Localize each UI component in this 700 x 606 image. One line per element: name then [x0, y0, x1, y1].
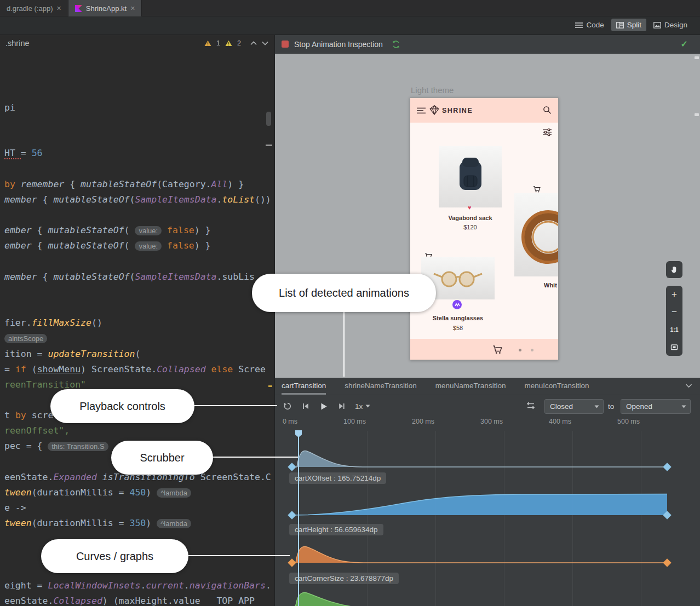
scrollbar-mark: [266, 145, 272, 146]
replay-icon: [283, 402, 292, 411]
playback-speed-selector[interactable]: 1x: [355, 402, 370, 411]
product-price: $120: [439, 224, 502, 230]
code-token: else: [211, 364, 239, 374]
shrine-cart-bar: [410, 339, 558, 360]
animation-preview-panel: cartTransition shrineNameTransition menu…: [275, 378, 700, 606]
code-token: Scree: [238, 364, 266, 374]
view-code-label: Code: [586, 21, 604, 29]
play-button[interactable]: [319, 402, 328, 411]
code-line: t by scre: [4, 409, 53, 422]
code-token: reenOffset",: [4, 425, 70, 436]
code-token: ) }: [194, 225, 211, 235]
tab-shrineapp-kt[interactable]: ShrineApp.kt ×: [68, 0, 142, 16]
skip-to-end-button[interactable]: [337, 402, 346, 411]
swap-states-button[interactable]: [526, 401, 536, 411]
from-state-dropdown[interactable]: Closed: [544, 399, 604, 414]
code-line: reenOffset",: [4, 425, 70, 437]
editor-scrollbar[interactable]: [266, 112, 271, 126]
replay-button[interactable]: [283, 402, 292, 411]
code-line: eenState.Collapsed) (maxHeight.value TOP…: [4, 595, 255, 606]
product-name: Vagabond sack: [439, 215, 502, 221]
code-line: eight = LocalWindowInsets.current.naviga…: [4, 580, 271, 592]
product-name: Stella sunglasses: [421, 315, 495, 321]
code-view-icon: [575, 22, 583, 28]
shrine-appbar: SHRINE: [410, 98, 558, 123]
callout-connector: [188, 555, 290, 556]
code-token: {: [70, 179, 81, 189]
code-token: All: [211, 179, 228, 189]
code-token: HT: [4, 148, 21, 159]
close-icon[interactable]: ×: [57, 4, 61, 12]
code-token: (: [124, 225, 135, 235]
pan-hand-button[interactable]: [666, 261, 682, 278]
code-token: (durationMillis =: [32, 487, 130, 498]
code-token: Collapsed: [53, 596, 102, 606]
skip-next-icon: [337, 402, 346, 411]
code-token: LocalWindowInsets: [48, 580, 140, 591]
stop-animation-inspection-label[interactable]: Stop Animation Inspection: [294, 40, 383, 49]
code-token: ScreenState.C: [200, 472, 271, 482]
code-token: reenTransition": [4, 379, 86, 390]
zoom-100-button[interactable]: 1:1: [666, 321, 682, 338]
weak-warning-icon[interactable]: [225, 40, 232, 47]
tab-cart-transition[interactable]: cartTransition: [282, 378, 326, 395]
view-split-button[interactable]: Split: [611, 19, 646, 31]
warning-icon[interactable]: [204, 40, 211, 47]
belt-illustration: [514, 193, 559, 276]
callout-detected-animations: List of detected animations: [252, 274, 436, 312]
view-code-button[interactable]: Code: [570, 19, 609, 31]
keyframe-diamond: [288, 463, 296, 471]
code-token: (: [124, 240, 135, 251]
code-token: false: [167, 240, 194, 251]
code-token: navigationBars: [190, 580, 266, 591]
inspection-widget: 1 2: [204, 35, 268, 51]
code-token: .subLis: [216, 272, 255, 282]
code-token: mutableStateOf: [53, 272, 129, 282]
code-line: ember { mutableStateOf( value: false) }: [4, 224, 211, 237]
speed-label: 1x: [355, 402, 363, 411]
code-token: (: [130, 194, 135, 205]
zoom-in-button[interactable]: +: [666, 286, 682, 303]
tab-build-gradle[interactable]: d.gradle (:app) ×: [0, 0, 68, 16]
code-token: (durationMillis =: [32, 518, 130, 528]
breadcrumb-package[interactable]: .shrine: [5, 39, 30, 48]
code-token: ): [146, 518, 157, 528]
zoom-fit-icon: [670, 343, 679, 351]
view-design-button[interactable]: Design: [649, 19, 692, 31]
playback-row: 1x Closed: [275, 395, 700, 417]
to-state-dropdown[interactable]: Opened: [621, 399, 691, 414]
code-token: [162, 225, 167, 235]
skip-to-start-button[interactable]: [301, 402, 310, 411]
shrine-brand-label: SHRINE: [442, 107, 473, 114]
chevron-down-icon[interactable]: [685, 383, 692, 388]
caret-down-icon: [681, 405, 686, 408]
zoom-out-button[interactable]: −: [666, 304, 682, 320]
close-icon[interactable]: ×: [130, 4, 135, 12]
time-tick-label: 400 ms: [549, 418, 572, 425]
view-mode-row: Code Split Design: [0, 16, 700, 35]
code-line: e ->: [4, 502, 26, 514]
timeline-scrubber[interactable]: [298, 431, 299, 606]
zoom-fit-button[interactable]: [666, 339, 682, 355]
code-token: .: [266, 580, 271, 591]
tab-menu-icon-transition[interactable]: menuIconTransition: [524, 378, 589, 395]
code-token: =: [21, 148, 32, 158]
backpack-illustration: [451, 153, 490, 199]
tab-menu-name-transition[interactable]: menuNameTransition: [435, 378, 506, 395]
cart-item-dot: [531, 349, 533, 351]
curve-partial-green: [275, 591, 700, 606]
scrubber-handle[interactable]: [295, 430, 302, 437]
curve-value-label: cartCornerSize : 23.678877dp: [289, 573, 399, 584]
hand-icon: [670, 266, 679, 274]
split-view-icon: [616, 22, 624, 28]
time-tick-label: 200 ms: [412, 418, 435, 425]
filter-tune-icon: [543, 128, 552, 136]
chevron-up-icon[interactable]: [250, 41, 257, 45]
chevron-down-icon[interactable]: [262, 41, 268, 45]
stop-icon[interactable]: [282, 41, 289, 48]
tab-shrine-name-transition[interactable]: shrineNameTransition: [345, 378, 417, 395]
code-token: {: [37, 240, 48, 251]
refresh-icon[interactable]: [392, 40, 400, 49]
code-token: 450: [129, 487, 146, 498]
code-line: ember { mutableStateOf( value: false) }: [4, 240, 211, 252]
